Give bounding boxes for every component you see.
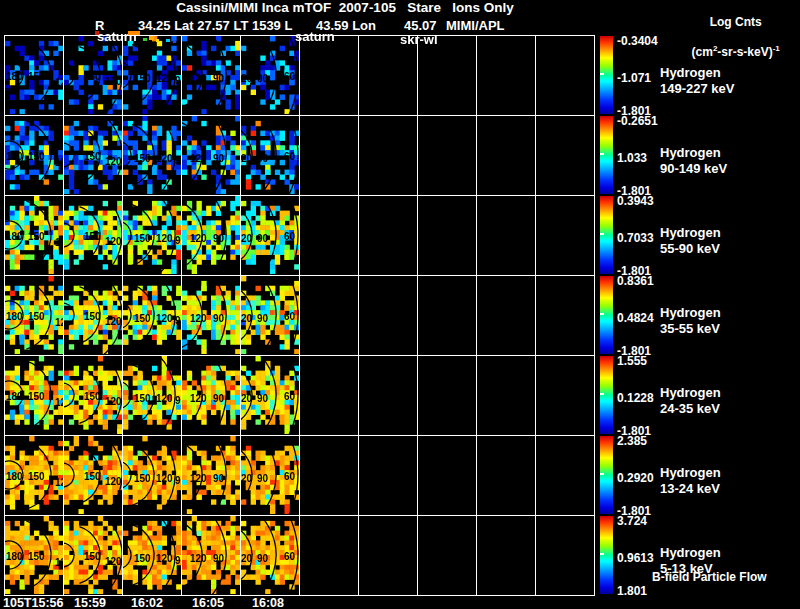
heatmap-canvas (64, 36, 122, 114)
heatmap-panel (181, 195, 241, 276)
colorbar-max-label: 0.3943 (617, 194, 654, 208)
colorbar (600, 516, 613, 594)
colorbar-mid-label: 0.2920 (617, 471, 654, 485)
colorbar-mid-tick (600, 313, 604, 315)
event-marker (156, 39, 159, 42)
energy-band-label: Hydrogen55-90 keV (660, 225, 721, 257)
colorbar-max-label: -0.2651 (617, 114, 658, 128)
species-label: Hydrogen (660, 465, 721, 480)
heatmap-canvas (241, 276, 299, 354)
empty-panel (299, 275, 359, 356)
energy-band-label: Hydrogen149-227 keV (660, 65, 734, 97)
colorbar-max-label: 2.385 (617, 434, 647, 448)
heatmap-panel (63, 275, 123, 356)
heatmap-canvas (123, 196, 181, 274)
heatmap-canvas (64, 436, 122, 514)
species-label: Hydrogen (660, 385, 721, 400)
empty-panel (476, 275, 536, 356)
band-label: 55-90 keV (660, 241, 720, 256)
empty-panel (535, 115, 595, 196)
heatmap-canvas (241, 116, 299, 194)
empty-panel (358, 195, 418, 276)
colorbar (600, 196, 613, 274)
heatmap-canvas (64, 116, 122, 194)
colorbar-mid-label: 1.033 (617, 151, 647, 165)
heatmap-canvas (241, 356, 299, 434)
event-marker (166, 39, 170, 42)
species-label: Hydrogen (660, 65, 721, 80)
heatmap-panel (181, 275, 241, 356)
colorbar-max-label: 1.555 (617, 354, 647, 368)
heatmap-panel (122, 115, 182, 196)
heatmap-canvas (123, 516, 181, 594)
colorbar-mid-label: 0.1228 (617, 391, 654, 405)
colorbar-mid-tick (600, 233, 604, 235)
empty-panel (358, 515, 418, 596)
empty-panel (358, 35, 418, 116)
colorbar (600, 436, 613, 514)
heatmap-canvas (182, 196, 240, 274)
colorbar-mid-label: 0.4824 (617, 311, 654, 325)
heatmap-panel (63, 35, 123, 116)
energy-band-label: Hydrogen90-149 keV (660, 145, 727, 177)
empty-panel (535, 35, 595, 116)
heatmap-canvas (182, 436, 240, 514)
heatmap-panel (240, 35, 300, 116)
event-marker (143, 38, 147, 41)
heatmap-panel (240, 195, 300, 276)
heatmap-canvas (182, 356, 240, 434)
heatmap-panel (4, 35, 64, 116)
heatmap-panel (63, 435, 123, 516)
empty-panel (417, 355, 477, 436)
empty-panel (417, 515, 477, 596)
instrument-label: MIMI/APL (446, 18, 505, 33)
heatmap-canvas (182, 516, 240, 594)
empty-panel (299, 115, 359, 196)
heatmap-canvas (64, 276, 122, 354)
heatmap-canvas (64, 516, 122, 594)
empty-panel (476, 515, 536, 596)
plot-title: Cassini/MIMI Inca mTOF 2007-105 Stare Io… (0, 0, 690, 15)
species-label: Hydrogen (660, 545, 721, 560)
empty-panel (417, 195, 477, 276)
heatmap-panel (4, 275, 64, 356)
heatmap-panel (63, 195, 123, 276)
time-tick-label: 15:59 (74, 596, 106, 609)
time-tick-label: 16:05 (192, 596, 224, 609)
colorbar-max-label: 3.724 (617, 514, 647, 528)
colorbar-mid-tick (600, 73, 604, 75)
empty-panel (299, 355, 359, 436)
empty-panel (358, 355, 418, 436)
heatmap-canvas (241, 36, 299, 114)
heatmap-panel (181, 355, 241, 436)
heatmap-canvas (123, 356, 181, 434)
empty-panel (358, 275, 418, 356)
heatmap-panel (63, 515, 123, 596)
heatmap-canvas (5, 436, 63, 514)
heatmap-panel (240, 355, 300, 436)
heatmap-canvas (182, 276, 240, 354)
longitude-value: 45.07 (404, 18, 437, 33)
annotation-saturn: saturn (295, 29, 335, 44)
colorbar-mid-label: -1.071 (617, 71, 651, 85)
heatmap-canvas (123, 276, 181, 354)
heatmap-canvas (5, 36, 63, 114)
heatmap-panel (122, 275, 182, 356)
heatmap-canvas (5, 116, 63, 194)
band-label: 35-55 keV (660, 321, 720, 336)
empty-panel (476, 435, 536, 516)
coordinates-text: 34.25 Lat 27.57 LT 1539 L (138, 18, 292, 33)
event-marker (95, 31, 99, 35)
units-line1: Log Cnts (710, 15, 762, 29)
heatmap-panel (122, 195, 182, 276)
colorbar-mid-label: 0.9613 (617, 551, 654, 565)
band-label: 90-149 keV (660, 161, 727, 176)
heatmap-panel (4, 115, 64, 196)
heatmap-panel (4, 195, 64, 276)
colorbar-mid-tick (600, 393, 604, 395)
empty-panel (535, 355, 595, 436)
empty-panel (417, 275, 477, 356)
band-label: 24-35 keV (660, 401, 720, 416)
colorbar-max-label: -0.3404 (617, 34, 658, 48)
heatmap-panel (122, 35, 182, 116)
